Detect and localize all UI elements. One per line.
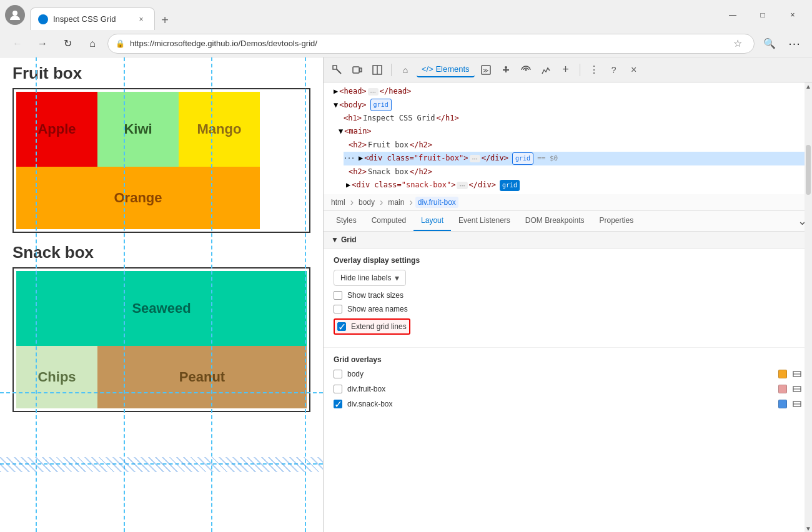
help-button[interactable]: ? [605,61,623,79]
tab-dom-breakpoints[interactable]: DOM Breakpoints [518,211,592,231]
h1-close-tag: </h1> [437,112,459,124]
split-button[interactable] [369,61,386,79]
tab-properties[interactable]: Properties [592,211,641,231]
expand-main[interactable]: ▼ [339,126,343,137]
tab-computed[interactable]: Computed [364,211,413,231]
tab-event-listeners[interactable]: Event Listeners [451,211,518,231]
profile-icon[interactable] [5,5,25,25]
extend-grid-lines-row: ✓ Extend grid lines [334,318,410,335]
active-tab[interactable]: Inspect CSS Grid × [30,7,155,30]
extend-grid-lines-checkbox[interactable]: ✓ [337,322,346,331]
svg-point-0 [12,11,17,16]
scroll-down-arrow[interactable]: ▼ [805,525,812,532]
h2-snack-tag: <h2> [349,166,367,178]
grid-overlays-label: Grid overlays [334,355,802,364]
div-fruit-close: </div> [482,152,508,164]
devtools-scrollbar[interactable]: ▲ ▼ [805,82,812,532]
dom-tree: ▶ <head> ··· </head> ▼ <body> grid <h1> … [324,82,812,194]
overlay-body-checkbox[interactable] [334,370,342,378]
grid-section-label: Grid [341,235,357,244]
overlay-fruit-highlight-icon[interactable] [792,384,802,394]
home-button[interactable]: ⌂ [82,34,102,54]
svg-line-3 [337,69,341,74]
tab-styles[interactable]: Styles [329,211,364,231]
home-dt-button[interactable]: ⌂ [397,61,414,79]
tab-title: Inspect CSS Grid [53,14,131,24]
dom-div-fruit-line[interactable]: ··· ▶ <div class="fruit-box"> ··· </div>… [344,152,807,165]
dom-div-snack-line[interactable]: ▶ <div class="snack-box"> ··· </div> gri… [344,179,807,192]
address-bar[interactable]: 🔒 https://microsoftedge.github.io/Demos/… [107,34,755,54]
bc-sep3: › [409,197,412,208]
more-button-dom[interactable]: ··· [344,154,355,164]
overlay-snack-highlight-icon[interactable] [792,399,802,409]
bc-main[interactable]: main [385,197,407,208]
refresh-button[interactable]: ↻ [57,34,77,54]
bc-active[interactable]: div.fruit-box [415,197,458,208]
show-area-names-label: Show area names [347,305,408,313]
head-dots-button[interactable]: ··· [368,88,379,96]
network-button[interactable] [517,61,535,79]
svg-rect-5 [360,68,362,72]
separator2 [580,64,580,76]
expand-snack-div[interactable]: ▶ [346,179,350,191]
webpage-panel: Fruit box Apple Kiwi Mango Orange Snack … [0,57,323,532]
overlay-body-color[interactable] [778,370,787,378]
hatch-overlay [0,457,323,472]
overlay-body-highlight-icon[interactable] [792,369,802,379]
close-devtools-button[interactable]: × [625,61,643,79]
tab-layout[interactable]: Layout [413,211,451,231]
maximize-button[interactable]: □ [748,5,777,25]
webpage-content: Fruit box Apple Kiwi Mango Orange Snack … [0,57,323,418]
bc-body[interactable]: body [356,197,377,208]
search-button[interactable]: 🔍 [760,34,780,54]
main-tag: <main> [344,126,371,137]
overlay-fruit-color[interactable] [778,385,787,393]
fruit-box: Apple Kiwi Mango Orange [12,88,310,233]
mango-item: Mango [179,92,260,167]
svg-point-13 [525,69,527,71]
body-grid-badge: grid [370,99,392,111]
scrollbar-thumb[interactable] [806,145,811,195]
inspect-element-button[interactable] [329,61,346,79]
accessibility-button[interactable] [497,61,515,79]
grid-section-header[interactable]: ▼ Grid [324,232,812,249]
svg-point-10 [505,66,507,69]
overlay-body-row: body [334,369,802,379]
scroll-up-arrow[interactable]: ▲ [805,82,812,90]
line-labels-dropdown[interactable]: Hide line labels ▾ [334,270,406,286]
elements-panel-button[interactable]: </> Elements [417,62,475,77]
back-button[interactable]: ← [7,34,27,54]
device-emulation-button[interactable] [349,61,366,79]
tab-close-button[interactable]: × [136,14,147,25]
new-tab-button[interactable]: + [155,10,175,30]
snack-section: Snack box Seaweed Chips Peanut [12,243,310,412]
overlay-fruit-checkbox[interactable] [334,385,342,393]
h2-snack-text: Snack box [368,166,408,178]
overlay-snack-checkbox[interactable]: ✓ [334,400,342,408]
close-button[interactable]: × [778,5,807,25]
overlay-snack-color[interactable] [778,400,787,408]
bc-html[interactable]: html [329,197,348,208]
forward-button[interactable]: → [32,34,52,54]
div-snack-close: </div> [469,179,496,191]
fruit-dots-button[interactable]: ··· [470,155,480,162]
console-button[interactable]: ≫ [477,61,495,79]
fruit-grid-badge: grid [512,152,533,165]
expand-head[interactable]: ▶ [334,86,338,97]
dom-h1-line: <h1> Inspect CSS Grid </h1> [344,112,807,125]
tabs-area: Inspect CSS Grid × + [30,0,713,30]
snack-dots-button[interactable]: ··· [457,182,467,189]
body-tag: <body> [339,99,366,111]
more-dt-button[interactable]: ⋮ [585,61,603,79]
dom-body-line: ▼ <body> grid [329,98,807,112]
head-close-tag: </head> [380,86,412,97]
favorites-button[interactable]: ☆ [729,35,746,52]
show-area-names-checkbox[interactable] [334,305,342,313]
more-button[interactable]: ··· [785,34,805,54]
expand-body[interactable]: ▼ [334,99,338,111]
expand-fruit-div[interactable]: ▶ [359,152,363,164]
minimize-button[interactable]: — [718,5,747,25]
performance-button[interactable] [537,61,555,79]
show-track-sizes-checkbox[interactable] [334,291,342,300]
add-panel-button[interactable]: + [557,61,575,79]
